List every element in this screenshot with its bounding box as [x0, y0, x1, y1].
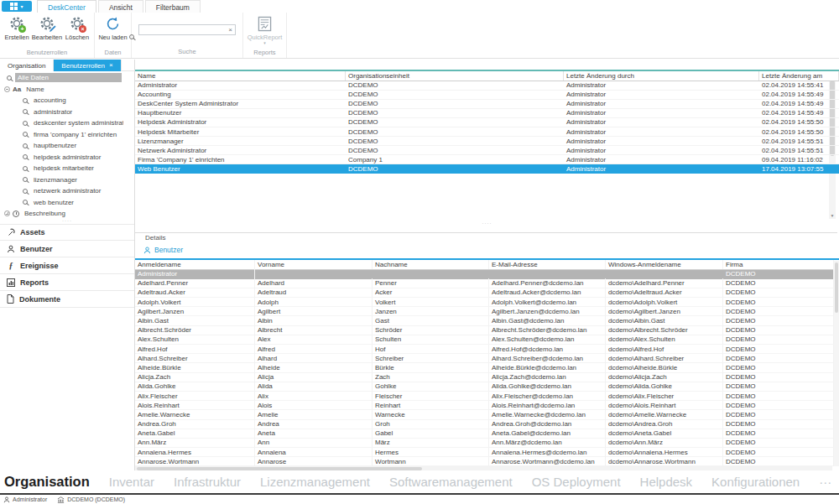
ribbon-tab[interactable]: Filterbaum: [145, 0, 201, 13]
roles-table-row[interactable]: DeskCenter System Administrator DCDEMO A…: [135, 100, 839, 109]
tree-item[interactable]: web benutzer: [0, 197, 123, 209]
roles-table-row[interactable]: Firma 'Company 1' einrichten Company 1 A…: [135, 155, 839, 164]
column-header-changed-by[interactable]: Letzte Änderung durch: [564, 71, 759, 81]
users-table-row[interactable]: Aneta.Gabel Aneta Gabel Aneta.Gabel@dcde…: [135, 429, 834, 439]
tree-item[interactable]: administrator: [0, 107, 123, 118]
column-header-changed-at[interactable]: Letzte Änderung am: [759, 71, 839, 81]
column-header-email[interactable]: E-Mail-Adresse: [489, 260, 606, 269]
sidebar-item-assets[interactable]: Assets: [0, 224, 134, 241]
ribbon-group-benutzerrollen: + Erstellen Bearbeiten × Lös: [0, 13, 95, 58]
sidebar-tab-bar: Organisation Benutzerrollen ×: [0, 60, 134, 71]
module-nav-item[interactable]: Organisation: [4, 474, 90, 490]
column-header-company[interactable]: Firma: [723, 260, 834, 269]
search-icon[interactable]: [129, 34, 134, 39]
refresh-icon: [104, 14, 122, 33]
expand-icon[interactable]: [4, 210, 10, 216]
module-nav-item[interactable]: Softwaremanagement: [389, 475, 513, 489]
delete-gear-icon: ×: [68, 14, 86, 33]
details-splitter[interactable]: ····: [135, 221, 839, 226]
assets-icon: [7, 228, 15, 236]
close-icon[interactable]: ×: [109, 62, 113, 69]
users-table-row[interactable]: Alicja.Zach Alicja Zach Alicja.Zach@dcde…: [135, 373, 834, 382]
users-table-row[interactable]: Amelie.Warnecke Amelie Warnecke Amelie.W…: [135, 410, 834, 419]
scroll-down-icon[interactable]: ▼: [829, 212, 836, 219]
users-table-row[interactable]: Albrecht.Schröder Albrecht Schröder Albr…: [135, 326, 834, 335]
sidebar-item-benutzer[interactable]: Benutzer: [0, 241, 134, 257]
users-table-row[interactable]: Agilbert.Janzen Agilbert Janzen Agilbert…: [135, 307, 834, 316]
app-menu-button[interactable]: ▾: [2, 1, 32, 12]
column-header-firstname[interactable]: Vorname: [255, 260, 373, 269]
roles-table-row[interactable]: Netzwerk Administrator DCDEMO Administra…: [135, 146, 839, 155]
module-nav-item[interactable]: ···: [819, 475, 831, 489]
tree-item[interactable]: netzwerk administrator: [0, 185, 123, 197]
users-table-row[interactable]: Adolph.Volkert Adolph Volkert Adolph.Vol…: [135, 298, 834, 307]
module-nav-item[interactable]: OS Deployment: [532, 475, 621, 489]
user-icon: [3, 496, 10, 503]
current-organisation: DCDEMO (DCDEMO): [57, 496, 125, 503]
tree-item[interactable]: helpdesk administrator: [0, 152, 123, 164]
sidebar-item-reports[interactable]: Reports: [0, 274, 134, 291]
users-table-row[interactable]: Alois.Reinhart Alois Reinhart Alois.Rein…: [135, 401, 834, 410]
erstellen-button[interactable]: + Erstellen: [3, 14, 30, 48]
tree-item[interactable]: accounting: [0, 95, 123, 107]
tree-item[interactable]: deskcenter system administrator: [0, 117, 123, 129]
sidebar-item-dokumente[interactable]: Dokumente: [0, 291, 134, 308]
roles-table-row[interactable]: Web Benutzer DCDEMO Administrator 17.04.…: [135, 164, 839, 174]
module-nav-item[interactable]: Konfigurationen: [711, 475, 800, 489]
collapse-icon[interactable]: [4, 86, 10, 92]
module-nav: OrganisationInventarInfrastrukturLizenzm…: [0, 470, 839, 493]
tree-item[interactable]: helpdesk mitarbeiter: [0, 163, 123, 174]
column-header-name[interactable]: Name: [135, 71, 346, 81]
users-table-row[interactable]: Andrea.Groh Andrea Groh Andrea.Groh@dcde…: [135, 420, 834, 429]
users-table-row[interactable]: Adeltraud.Acker Adeltraud Acker Adeltrau…: [135, 288, 834, 298]
column-header-login[interactable]: Anmeldename: [135, 260, 255, 269]
search-filter-icon: [23, 189, 28, 194]
column-header-org[interactable]: Organisationseinheit: [346, 71, 564, 81]
loeschen-button[interactable]: × Löschen: [64, 14, 91, 48]
module-nav-item[interactable]: Infrastruktur: [174, 475, 241, 489]
users-table-row[interactable]: Alhard.Schreiber Alhard Schreiber Alhard…: [135, 354, 834, 363]
roles-table-row[interactable]: Administrator DCDEMO Administrator 02.04…: [135, 81, 839, 91]
module-nav-item[interactable]: Helpdesk: [640, 475, 693, 489]
sidebar-item-ereignisse[interactable]: ƒ Ereignisse: [0, 257, 134, 274]
bearbeiten-button[interactable]: Bearbeiten: [32, 14, 62, 48]
users-table-row[interactable]: Alex.Schulten Alex Schulten Alex.Schulte…: [135, 335, 834, 345]
column-header-lastname[interactable]: Nachname: [373, 260, 489, 269]
users-table-row[interactable]: Alheide.Bürkle Alheide Bürkle Alheide.Bü…: [135, 363, 834, 372]
tree-item[interactable]: lizenzmanager: [0, 174, 123, 186]
tab-benutzerrollen[interactable]: Benutzerrollen ×: [54, 60, 121, 71]
roles-table-row[interactable]: Hauptbenutzer DCDEMO Administrator 02.04…: [135, 109, 839, 118]
module-nav-item[interactable]: Inventar: [109, 475, 154, 489]
users-table-row[interactable]: Alfred.Hof Alfred Hof Alfred.Hof@dcdemo.…: [135, 345, 834, 354]
tree-item-alle-daten[interactable]: Alle Daten: [0, 72, 123, 84]
tab-organisation[interactable]: Organisation: [0, 60, 54, 71]
clear-search-icon[interactable]: ×: [228, 26, 232, 34]
module-nav-item[interactable]: Lizenzmanagement: [260, 475, 370, 489]
users-table-row[interactable]: Alix.Fleischer Alix Fleischer Alix.Fleis…: [135, 392, 834, 401]
users-table-row[interactable]: Adelhard.Penner Adelhard Penner Adelhard…: [135, 279, 834, 288]
scrollbar-thumb[interactable]: [835, 262, 838, 313]
ribbon-tab[interactable]: Ansicht: [98, 0, 143, 13]
column-header-windows-login[interactable]: Windows-Anmeldename: [606, 260, 723, 269]
tree-item[interactable]: firma 'company 1' einrichten: [0, 129, 123, 141]
group-label-daten: Daten: [95, 48, 131, 58]
roles-table-row[interactable]: Lizenzmanager DCDEMO Administrator 02.04…: [135, 137, 839, 146]
details-vertical-scrollbar[interactable]: [834, 261, 839, 466]
edit-gear-icon: [38, 14, 56, 33]
users-table-row[interactable]: Annalena.Hermes Annalena Hermes Annalena…: [135, 448, 834, 457]
neu-laden-button[interactable]: Neu laden: [98, 14, 128, 48]
quickreport-button[interactable]: QuickReport ▾: [247, 14, 283, 48]
users-table-row[interactable]: Ann.März Ann März Ann.März@dcdemo.lan dc…: [135, 439, 834, 448]
tree-item[interactable]: hauptbenutzer: [0, 140, 123, 152]
users-table-row[interactable]: Administrator DCDEMO: [135, 270, 834, 279]
users-table-row[interactable]: Alida.Gohlke Alida Gohlke Alida.Gohlke@d…: [135, 382, 834, 392]
users-table-row[interactable]: Albin.Gast Albin Gast Albin.Gast@dcdemo.…: [135, 316, 834, 325]
roles-table-row[interactable]: Accounting DCDEMO Administrator 02.04.20…: [135, 91, 839, 100]
roles-table-row[interactable]: Helpdesk Mitarbeiter DCDEMO Administrato…: [135, 127, 839, 137]
roles-table-row[interactable]: Helpdesk Administrator DCDEMO Administra…: [135, 118, 839, 127]
search-input[interactable]: [141, 25, 221, 34]
users-table-row[interactable]: Annarose.Wortmann Annarose Wortmann Anna…: [135, 457, 834, 466]
ribbon-tab[interactable]: DeskCenter: [37, 0, 96, 13]
tree-group-name[interactable]: Aa Name: [0, 84, 123, 96]
tab-benutzer-details[interactable]: Benutzer: [143, 246, 183, 254]
